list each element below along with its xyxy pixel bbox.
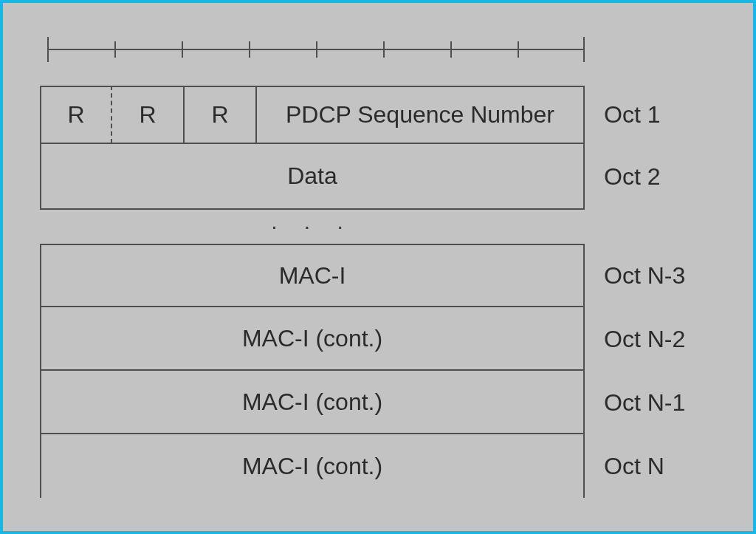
bit-ruler	[47, 32, 585, 69]
mac-row: MAC-I (cont.) Oct N	[40, 434, 716, 498]
mac-i-rows: MAC-I Oct N-3 MAC-I (cont.) Oct N-2 MAC-…	[40, 244, 716, 498]
ruler-tick	[114, 41, 116, 58]
octet-label: Oct N-3	[601, 244, 716, 307]
reserved-bit-cell: R	[40, 86, 112, 143]
mac-cell: MAC-I (cont.)	[40, 371, 585, 434]
mac-row: MAC-I Oct N-3	[40, 244, 716, 307]
octet-2-row: Data Oct 2	[40, 143, 716, 210]
mac-row: MAC-I (cont.) Oct N-1	[40, 371, 716, 434]
ruler-tick	[518, 41, 519, 58]
octet-label: Oct 1	[601, 86, 716, 143]
mac-cell: MAC-I (cont.)	[40, 307, 585, 371]
octet-1-row: R R R PDCP Sequence Number Oct 1	[40, 86, 716, 143]
pdcp-pdu-diagram: R R R PDCP Sequence Number Oct 1 Data Oc…	[0, 0, 756, 534]
ruler-tick	[316, 41, 317, 58]
ruler-tick	[182, 41, 183, 58]
mac-cell: MAC-I (cont.)	[40, 434, 585, 498]
octet-label: Oct N-1	[601, 371, 716, 434]
sequence-number-cell: PDCP Sequence Number	[257, 86, 585, 143]
octet-label: Oct N-2	[601, 307, 716, 371]
ruler-tick	[450, 41, 452, 58]
ruler-tick	[47, 37, 49, 62]
mac-cell: MAC-I	[40, 244, 585, 307]
reserved-bit-cell: R	[112, 86, 185, 143]
ruler-tick	[249, 41, 250, 58]
mac-row: MAC-I (cont.) Oct N-2	[40, 307, 716, 371]
data-cell: Data	[40, 143, 585, 210]
reserved-bit-cell: R	[185, 86, 257, 143]
octet-label: Oct 2	[601, 143, 716, 210]
ruler-tick	[383, 41, 385, 58]
ellipsis: . . .	[40, 214, 585, 236]
ruler-tick	[583, 37, 585, 62]
octet-label: Oct N	[601, 434, 716, 498]
octet-rows: R R R PDCP Sequence Number Oct 1 Data Oc…	[40, 86, 716, 210]
